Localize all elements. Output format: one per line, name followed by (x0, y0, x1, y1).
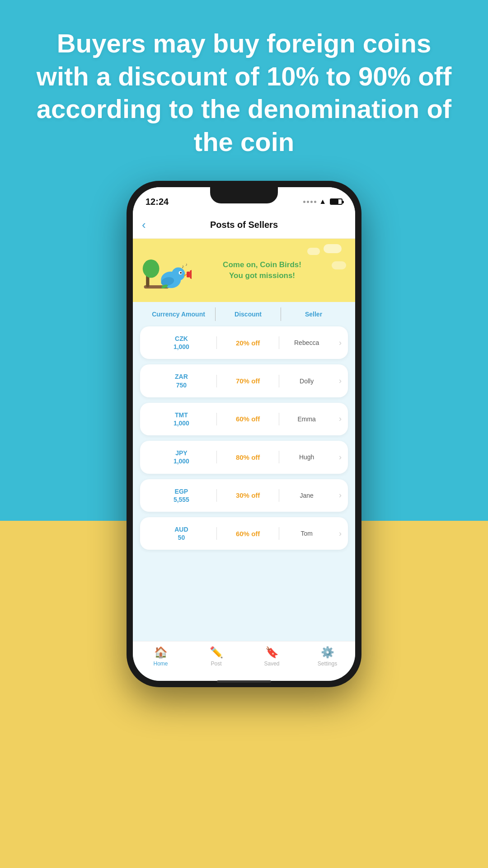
chevron-right-icon: › (334, 376, 342, 386)
table-header: Currency Amount Discount Seller (133, 302, 355, 326)
chevron-right-icon: › (334, 529, 342, 538)
chevron-right-icon: › (334, 414, 342, 424)
item-currency: EGP 5,555 (146, 487, 216, 504)
item-seller: Rebecca (279, 339, 333, 346)
headline: Buyers may buy foreign coins with a disc… (0, 0, 488, 176)
listings-list: CZK 1,000 20% off Rebecca › ZAR 750 70% … (133, 326, 355, 557)
tab-label-post: Post (211, 660, 221, 667)
col-header-discount: Discount (216, 311, 281, 318)
table-row[interactable]: ZAR 750 70% off Dolly › (140, 364, 348, 397)
tab-label-saved: Saved (264, 660, 279, 667)
chevron-right-icon: › (334, 491, 342, 500)
tab-label-home: Home (153, 660, 168, 667)
svg-point-4 (172, 268, 185, 281)
tab-post[interactable]: ✏️ Post (188, 646, 244, 667)
item-currency: AUD 50 (146, 525, 216, 542)
tab-icon-post: ✏️ (210, 646, 223, 659)
svg-rect-7 (187, 272, 190, 278)
phone-frame: 12:24 ▲ ‹ Posts of Seller (127, 181, 361, 687)
wifi-icon: ▲ (319, 198, 326, 206)
col-header-seller: Seller (281, 311, 346, 318)
phone-notch (210, 187, 278, 203)
item-seller: Tom (279, 530, 333, 537)
item-seller: Hugh (279, 453, 333, 461)
tab-icon-home: 🏠 (154, 646, 168, 659)
home-indicator (217, 680, 271, 683)
chevron-right-icon: › (334, 453, 342, 462)
svg-text:♪: ♪ (182, 264, 184, 269)
svg-point-6 (180, 272, 182, 274)
item-currency: TMT 1,000 (146, 411, 216, 427)
svg-text:♪: ♪ (185, 262, 188, 267)
status-time: 12:24 (145, 197, 169, 207)
tab-home[interactable]: 🏠 Home (133, 646, 188, 667)
content-area[interactable]: Currency Amount Discount Seller CZK 1,00… (133, 302, 355, 641)
item-currency: CZK 1,000 (146, 335, 216, 351)
banner: ♪ ♪ Come on, Coin Birds! You got mission… (133, 239, 355, 302)
item-discount: 30% off (217, 491, 279, 499)
tab-icon-saved: 🔖 (265, 646, 279, 659)
item-discount: 80% off (217, 453, 279, 461)
back-button[interactable]: ‹ (142, 218, 146, 232)
page-title: Posts of Sellers (210, 220, 278, 230)
table-row[interactable]: JPY 1,000 80% off Hugh › (140, 441, 348, 473)
item-discount: 60% off (217, 415, 279, 423)
tab-label-settings: Settings (318, 660, 337, 667)
app-header: ‹ Posts of Sellers (133, 212, 355, 239)
tab-saved[interactable]: 🔖 Saved (244, 646, 300, 667)
table-row[interactable]: EGP 5,555 30% off Jane › (140, 479, 348, 512)
item-currency: ZAR 750 (146, 373, 216, 389)
table-row[interactable]: CZK 1,000 20% off Rebecca › (140, 326, 348, 359)
col-header-currency: Currency Amount (142, 311, 215, 318)
table-row[interactable]: AUD 50 60% off Tom › (140, 517, 348, 550)
tab-bar: 🏠 Home ✏️ Post 🔖 Saved ⚙️ Settings (133, 641, 355, 681)
banner-text: Come on, Coin Birds! You got missions! (223, 259, 301, 281)
tab-icon-settings: ⚙️ (321, 646, 334, 659)
item-seller: Emma (279, 415, 333, 423)
item-seller: Dolly (279, 377, 333, 385)
table-row[interactable]: TMT 1,000 60% off Emma › (140, 403, 348, 435)
item-currency: JPY 1,000 (146, 449, 216, 465)
item-discount: 70% off (217, 377, 279, 385)
item-seller: Jane (279, 492, 333, 499)
item-discount: 60% off (217, 530, 279, 538)
tab-settings[interactable]: ⚙️ Settings (300, 646, 355, 667)
svg-point-2 (143, 259, 160, 278)
chevron-right-icon: › (334, 338, 342, 348)
battery-icon (330, 198, 343, 205)
item-discount: 20% off (217, 339, 279, 347)
bird-illustration: ♪ ♪ (142, 250, 192, 300)
